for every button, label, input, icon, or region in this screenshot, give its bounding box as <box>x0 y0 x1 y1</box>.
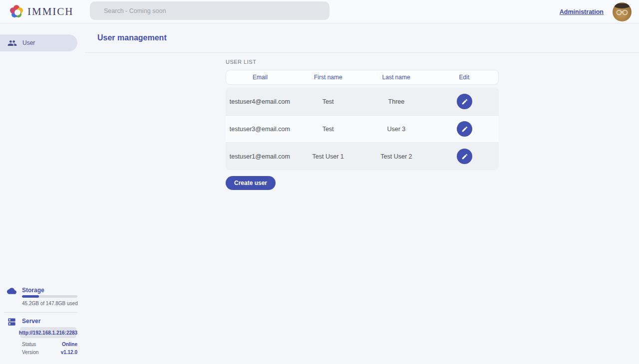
server-title: Server <box>22 318 40 325</box>
cell-last-name: User 3 <box>362 126 431 133</box>
app-title: IMMICH <box>27 5 74 18</box>
edit-user-button[interactable] <box>457 121 472 137</box>
column-header-edit: Edit <box>430 74 498 81</box>
pencil-icon <box>461 126 468 133</box>
cloud-icon <box>7 286 16 296</box>
create-user-button[interactable]: Create user <box>226 176 276 190</box>
pencil-icon <box>461 153 468 160</box>
administration-link[interactable]: Administration <box>560 8 604 15</box>
cell-last-name: Test User 2 <box>362 153 431 160</box>
status-value: Online <box>62 342 77 347</box>
sidebar: User Storage 45.2GB of 147.8GB used Serv… <box>0 23 85 364</box>
sidebar-item-user[interactable]: User <box>0 34 77 51</box>
cell-first-name: Test <box>294 126 362 133</box>
storage-progress-bar <box>22 295 77 298</box>
cell-first-name: Test <box>294 98 362 105</box>
column-header-first-name: First name <box>294 74 362 81</box>
cell-first-name: Test User 1 <box>294 153 362 160</box>
sidebar-divider <box>4 312 77 313</box>
storage-progress-fill <box>22 295 39 298</box>
edit-user-button[interactable] <box>457 149 472 164</box>
pencil-icon <box>461 98 468 105</box>
server-version-row: Version v1.12.0 <box>22 350 77 355</box>
version-label: Version <box>22 350 38 355</box>
server-url-badge: http://192.168.1.216:2283 <box>20 327 76 338</box>
sidebar-item-label: User <box>22 39 35 46</box>
cell-email: testuser1@email.com <box>226 153 294 160</box>
immich-flower-icon <box>10 5 23 18</box>
main-content: User management USER LIST Email First na… <box>85 23 639 364</box>
cell-last-name: Three <box>362 98 431 105</box>
user-table: Email First name Last name Edit testuser… <box>226 70 499 170</box>
search-input[interactable] <box>90 1 329 20</box>
users-group-icon <box>7 38 17 48</box>
server-icon <box>7 317 16 327</box>
edit-user-button[interactable] <box>457 94 472 109</box>
user-list-label: USER LIST <box>226 59 639 65</box>
column-header-email: Email <box>226 74 294 81</box>
cell-email: testuser4@email.com <box>226 98 294 105</box>
cell-email: testuser3@email.com <box>226 126 294 133</box>
table-row: testuser3@email.com Test User 3 <box>226 115 499 143</box>
content-header: User management <box>85 23 639 53</box>
storage-title: Storage <box>22 287 44 294</box>
column-header-last-name: Last name <box>362 74 430 81</box>
server-status-row: Status Online <box>22 342 77 347</box>
status-label: Status <box>22 342 36 347</box>
glasses-icon <box>616 9 629 15</box>
table-row: testuser1@email.com Test User 1 Test Use… <box>226 143 499 170</box>
user-avatar[interactable] <box>613 2 632 21</box>
page-title: User management <box>97 33 167 42</box>
app-logo[interactable]: IMMICH <box>10 5 74 18</box>
top-bar: IMMICH Administration <box>0 0 639 23</box>
version-value: v1.12.0 <box>61 350 77 355</box>
table-row: testuser4@email.com Test Three <box>226 88 499 115</box>
table-header-row: Email First name Last name Edit <box>226 70 499 85</box>
storage-usage-text: 45.2GB of 147.8GB used <box>22 301 78 306</box>
